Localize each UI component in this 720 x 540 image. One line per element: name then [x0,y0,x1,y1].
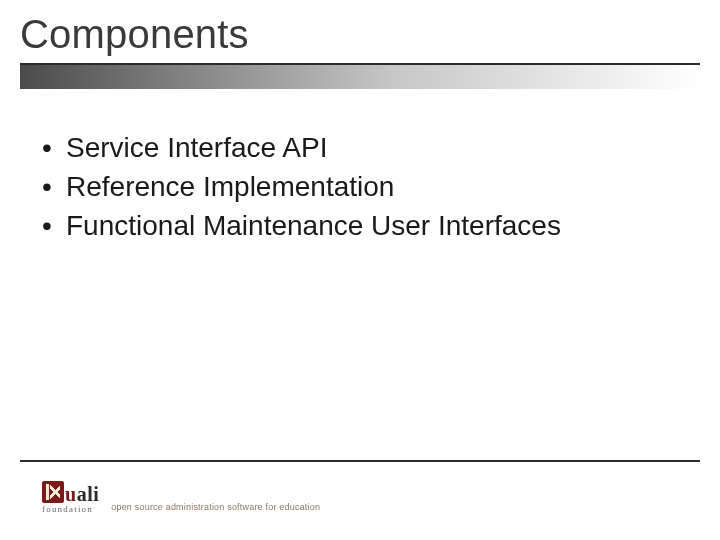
bullet-item: Reference Implementation [38,169,678,206]
slide: Components Service Interface API Referen… [0,0,720,540]
title-gradient [20,65,700,89]
title-area: Components [20,12,700,89]
logo-mark: uali foundation [42,481,99,514]
logo-wordmark: uali [65,484,99,504]
bullet-item: Service Interface API [38,130,678,167]
bullet-item: Functional Maintenance User Interfaces [38,208,678,245]
bottom-rule [20,460,700,462]
bullet-list: Service Interface API Reference Implemen… [38,130,678,245]
content-area: Service Interface API Reference Implemen… [38,130,678,247]
footer-logo: uali foundation open source administrati… [42,481,320,514]
logo-subtext: foundation [42,505,93,514]
slide-title: Components [20,12,700,61]
logo-tagline: open source administration software for … [111,502,320,514]
logo-k-icon [42,481,64,503]
